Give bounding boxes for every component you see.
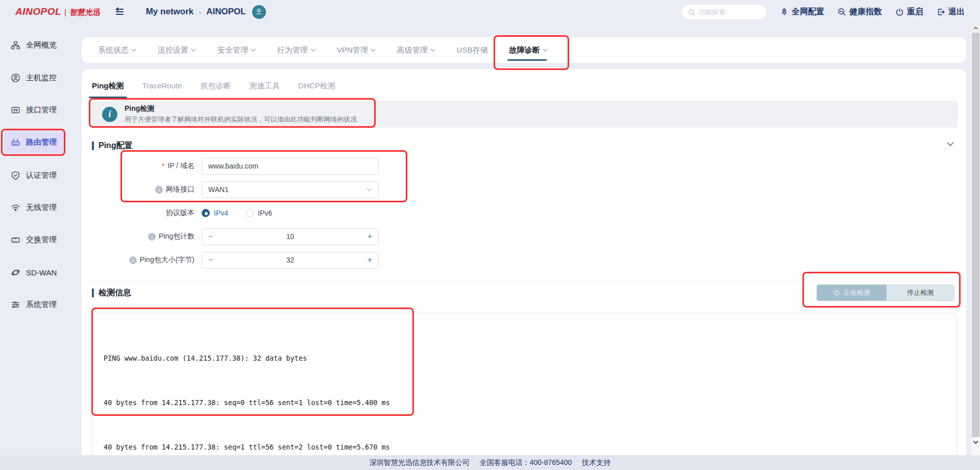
switch-icon: [11, 235, 20, 245]
chevron-down-icon: [543, 49, 548, 52]
sidebar-item-switch-mgmt[interactable]: 交换管理: [4, 228, 63, 251]
search-icon: [688, 9, 695, 16]
radio-dot: [202, 209, 210, 217]
ping-config-title: Ping配置: [99, 140, 133, 151]
subtab-dhcp-check[interactable]: DHCP检测: [298, 76, 335, 97]
brand-logo-text: AINOPOL: [15, 6, 61, 17]
breadcrumb-root[interactable]: My network: [146, 7, 194, 17]
interface-select[interactable]: WAN1: [202, 181, 379, 198]
chevron-down-icon: [310, 49, 315, 52]
router-icon: [11, 137, 20, 147]
page-scrollbar[interactable]: [971, 24, 980, 456]
subtab-packet-capture[interactable]: 抓包诊断: [200, 76, 231, 97]
chevron-down-icon: [191, 49, 196, 52]
footer: 深圳智慧光迅信息技术有限公司 全国客服电话：400-8765400 技术支持: [0, 455, 980, 470]
ping-count-stepper: − 10 +: [202, 228, 379, 245]
decrement-button[interactable]: −: [208, 255, 213, 265]
tab-security-mgmt[interactable]: 安全管理: [217, 37, 256, 63]
health-index-button[interactable]: 健康指数: [838, 7, 882, 17]
collapse-sidebar-icon[interactable]: [114, 7, 125, 17]
form-row-count: i Ping包计数 − 10 +: [82, 225, 490, 248]
protocol-label: 协议版本: [166, 208, 194, 218]
info-icon: i: [148, 233, 156, 241]
interface-label: 网络接口: [166, 185, 194, 194]
sidebar-item-system-mgmt[interactable]: 系统管理: [4, 293, 63, 316]
footer-support[interactable]: 技术支持: [582, 458, 610, 467]
collapse-section-icon[interactable]: [947, 142, 954, 146]
power-icon: [895, 8, 904, 16]
required-asterisk: *: [162, 162, 164, 170]
host-monitor-icon: [11, 73, 20, 83]
chevron-down-icon: [430, 49, 435, 52]
stop-detection-button[interactable]: 停止检测: [887, 285, 954, 301]
subtab-speed-test[interactable]: 测速工具: [249, 76, 280, 97]
tab-usb-storage[interactable]: USB存储: [457, 37, 488, 63]
radio-ipv4[interactable]: IPv4: [202, 209, 228, 217]
ping-size-value[interactable]: 32: [286, 256, 295, 264]
sidebar-item-host-monitor[interactable]: 主机监控: [4, 66, 63, 89]
sidebar-item-auth-mgmt[interactable]: 认证管理: [4, 163, 63, 187]
sidebar-item-sdwan[interactable]: SD-WAN: [4, 261, 63, 284]
health-index-icon: [838, 8, 846, 16]
diagnosis-subtabs: Ping检测 TraceRoute 抓包诊断 测速工具 DHCP检测: [92, 76, 956, 98]
ip-domain-label: IP / 域名: [167, 161, 194, 171]
ping-output-console[interactable]: PING www.baidu.com (14.215.177.38): 32 d…: [92, 313, 957, 464]
topbar-actions: 全网配置 健康指数 重启 退出: [780, 0, 965, 24]
scroll-up-arrow[interactable]: [971, 24, 980, 32]
reboot-button[interactable]: 重启: [895, 7, 923, 17]
info-icon: i: [155, 186, 163, 194]
footer-phone: 全国客服电话：400-8765400: [480, 458, 572, 467]
ping-count-value[interactable]: 10: [286, 232, 295, 241]
rocket-icon: [780, 8, 789, 16]
radio-dot: [246, 209, 254, 217]
sdwan-globe-icon: [11, 268, 20, 277]
tab-vpn-mgmt[interactable]: VPN管理: [337, 37, 376, 63]
output-line: 40 bytes from 14.215.177.38: seq=0 ttl=5…: [104, 395, 946, 410]
ping-size-label: Ping包大小(字节): [140, 255, 194, 265]
search-input[interactable]: [699, 8, 755, 16]
sidebar-item-wireless-mgmt[interactable]: 无线管理: [4, 196, 63, 219]
increment-button[interactable]: +: [368, 255, 372, 265]
sidebar-item-route-mgmt[interactable]: 路由管理: [4, 130, 63, 154]
form-row-ip: * IP / 域名: [82, 154, 490, 178]
scrollbar-thumb[interactable]: [972, 33, 979, 437]
chevron-down-icon: [366, 188, 372, 192]
spinner-icon: [834, 290, 840, 296]
interface-port-icon: [11, 105, 20, 115]
tab-advanced-mgmt[interactable]: 高级管理: [397, 37, 435, 63]
subtab-traceroute[interactable]: TraceRoute: [142, 76, 182, 97]
ping-count-label: Ping包计数: [159, 232, 194, 241]
subtab-ping[interactable]: Ping检测: [92, 76, 124, 97]
sidebar-item-interface-mgmt[interactable]: 接口管理: [4, 98, 63, 122]
chevron-down-icon: [371, 49, 376, 52]
info-icon: i: [102, 107, 117, 122]
ip-domain-input[interactable]: [202, 162, 378, 170]
global-config-button[interactable]: 全网配置: [780, 7, 824, 17]
increment-button[interactable]: +: [368, 232, 372, 241]
banner-description: 用于方便管理者了解网络对外联机的实际状况，可以借由此功能判断网络的状况: [125, 115, 357, 124]
chevron-down-icon: [251, 49, 256, 52]
breadcrumb-current[interactable]: AINOPOL: [206, 7, 246, 17]
banner-title: Ping检测: [125, 104, 357, 113]
footer-company: 深圳智慧光迅信息技术有限公司: [370, 458, 470, 467]
detection-info-header: 检测信息: [92, 288, 131, 298]
radio-ipv6[interactable]: IPv6: [246, 209, 272, 217]
interface-selected-value: WAN1: [208, 185, 229, 194]
chevron-down-icon: [131, 49, 136, 52]
sidebar-item-network-overview[interactable]: 全网概览: [4, 33, 63, 57]
search-box[interactable]: [682, 5, 767, 19]
tab-system-status[interactable]: 系统状态: [98, 37, 136, 63]
content-card: Ping检测 TraceRoute 抓包诊断 测速工具 DHCP检测 i Pin…: [82, 69, 966, 470]
logout-button[interactable]: 退出: [937, 7, 965, 17]
form-row-size: i Ping包大小(字节) − 32 +: [82, 248, 490, 272]
tab-fault-diagnosis[interactable]: 故障诊断: [509, 37, 548, 63]
tab-behavior-mgmt[interactable]: 行为管理: [277, 37, 315, 63]
output-line: PING www.baidu.com (14.215.177.38): 32 d…: [104, 351, 946, 366]
decrement-button[interactable]: −: [208, 232, 213, 241]
brand-logo: AINOPOL | 智慧光迅: [15, 6, 100, 17]
scroll-down-arrow[interactable]: [971, 438, 980, 447]
form-row-interface: i 网络接口 WAN1: [82, 178, 490, 201]
tab-flow-control[interactable]: 流控设置: [158, 37, 196, 63]
sliders-icon: [11, 300, 20, 310]
detecting-button[interactable]: 正在检测: [817, 285, 887, 301]
